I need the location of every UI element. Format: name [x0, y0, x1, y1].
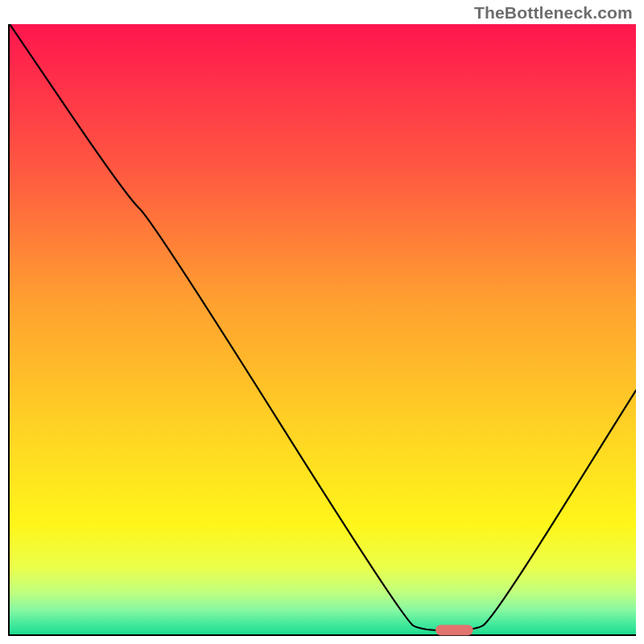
gradient-background [10, 24, 636, 634]
watermark-text: TheBottleneck.com [474, 3, 633, 23]
chart-stage: TheBottleneck.com [0, 0, 644, 644]
optimal-range-marker [436, 625, 473, 635]
chart-svg [8, 24, 636, 636]
plot-area [8, 24, 636, 636]
